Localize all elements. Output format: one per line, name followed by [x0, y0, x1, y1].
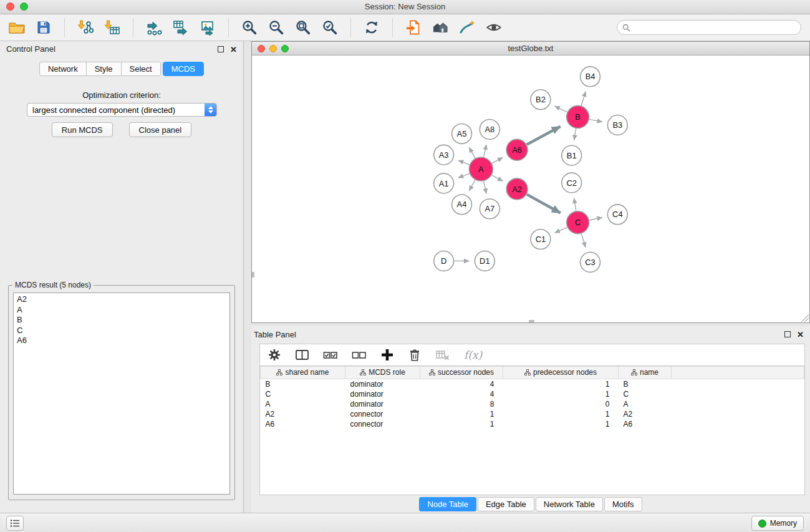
table-cell[interactable]: 4: [420, 389, 503, 399]
node-B2[interactable]: B2: [531, 90, 551, 110]
node-A2[interactable]: A2: [506, 178, 528, 200]
search-box[interactable]: [617, 20, 801, 35]
result-item[interactable]: A6: [17, 336, 226, 346]
resize-grip[interactable]: [801, 314, 809, 322]
network-window-titlebar[interactable]: testGlobe.txt: [252, 42, 809, 56]
table-row[interactable]: A6connector11A6: [261, 419, 804, 429]
tab-motifs[interactable]: Motifs: [604, 497, 642, 511]
tab-edge-table[interactable]: Edge Table: [478, 497, 534, 511]
zoom-window-light[interactable]: [281, 45, 289, 52]
table-cell[interactable]: connector: [345, 419, 420, 429]
edge-C-C3[interactable]: [581, 234, 586, 248]
open-session-button[interactable]: [6, 17, 27, 37]
node-A8[interactable]: A8: [480, 120, 499, 140]
export-network-button[interactable]: [143, 17, 165, 37]
edge-C-C1[interactable]: [555, 228, 567, 233]
zoom-fit-button[interactable]: [292, 17, 314, 37]
tab-mcds[interactable]: MCDS: [163, 62, 204, 76]
result-item[interactable]: B: [17, 315, 226, 326]
tab-network-table[interactable]: Network Table: [536, 497, 603, 511]
table-cell[interactable]: A6: [619, 419, 672, 429]
edge-A-A1[interactable]: [458, 173, 470, 178]
close-window-light[interactable]: [258, 45, 265, 52]
home-button[interactable]: [430, 17, 451, 37]
node-A1[interactable]: A1: [434, 173, 454, 193]
table-row[interactable]: Bdominator41B: [261, 379, 804, 390]
select-all-button[interactable]: [323, 348, 338, 362]
search-input[interactable]: [634, 22, 796, 33]
node-D1[interactable]: D1: [475, 251, 494, 271]
edge-A-A4[interactable]: [469, 180, 475, 191]
node-A4[interactable]: A4: [452, 195, 472, 215]
node-B4[interactable]: B4: [581, 67, 600, 87]
select-none-button[interactable]: [352, 348, 367, 362]
table-cell[interactable]: dominator: [345, 389, 420, 399]
column-header[interactable]: MCDS role: [345, 367, 420, 379]
column-header[interactable]: predecessor nodes: [503, 367, 619, 379]
network-canvas[interactable]: AA6A2BCA5A8A3A1A4A7B2B4B3B1C2C4C1C3DD1: [252, 56, 809, 322]
mcds-result-list[interactable]: A2ABCA6: [13, 293, 230, 495]
node-B[interactable]: B: [567, 106, 589, 128]
edge-B-B3[interactable]: [589, 119, 602, 122]
table-row[interactable]: A2connector11A2: [261, 409, 804, 419]
table-row[interactable]: Cdominator41C: [261, 389, 804, 399]
table-cell[interactable]: C: [619, 389, 672, 399]
table-cell[interactable]: dominator: [345, 399, 420, 409]
edge-C-C2[interactable]: [574, 198, 576, 211]
table-cell[interactable]: A2: [619, 409, 672, 419]
table-cell[interactable]: C: [261, 389, 345, 399]
table-cell[interactable]: 0: [503, 399, 619, 409]
import-network-button[interactable]: [75, 17, 96, 37]
export-table-button[interactable]: [170, 17, 191, 37]
table-settings-button[interactable]: [268, 348, 281, 362]
close-panel-icon[interactable]: ✕: [230, 46, 237, 54]
node-C2[interactable]: C2: [562, 173, 582, 193]
edge-B-B1[interactable]: [574, 128, 576, 140]
export-image-button[interactable]: [197, 17, 218, 37]
table-cell[interactable]: A: [619, 399, 672, 409]
edge-A-A3[interactable]: [458, 160, 470, 165]
edge-A-A2[interactable]: [492, 175, 503, 181]
column-header[interactable]: shared name: [261, 367, 345, 379]
result-item[interactable]: A: [17, 305, 226, 316]
result-item[interactable]: C: [17, 326, 226, 336]
table-cell[interactable]: A6: [261, 419, 345, 429]
table-cell[interactable]: 1: [503, 409, 619, 419]
node-A[interactable]: A: [469, 157, 493, 181]
close-table-panel-icon[interactable]: ✕: [797, 331, 804, 339]
node-D[interactable]: D: [434, 251, 454, 271]
table-cell[interactable]: 1: [503, 419, 619, 429]
refresh-button[interactable]: [361, 17, 382, 37]
table-cell[interactable]: 4: [420, 379, 503, 390]
open-document-button[interactable]: [403, 17, 424, 37]
edge-C-C4[interactable]: [589, 218, 602, 220]
function-builder-button[interactable]: f(x): [464, 349, 482, 361]
table-cell[interactable]: dominator: [345, 379, 420, 390]
criterion-select[interactable]: largest connected component (directed): [27, 103, 217, 117]
memory-button[interactable]: Memory: [751, 516, 804, 531]
table-row[interactable]: Adominator80A: [261, 399, 804, 409]
column-layout-button[interactable]: [295, 348, 309, 362]
node-C3[interactable]: C3: [581, 253, 600, 273]
tab-style[interactable]: Style: [86, 62, 122, 76]
node-A5[interactable]: A5: [452, 123, 472, 143]
import-table-button[interactable]: [102, 17, 123, 37]
save-session-button[interactable]: [33, 17, 54, 37]
result-item[interactable]: A2: [17, 294, 226, 305]
zoom-out-button[interactable]: [266, 17, 287, 37]
node-C4[interactable]: C4: [607, 205, 627, 225]
edge-A2-C[interactable]: [527, 195, 561, 213]
table-cell[interactable]: 1: [420, 419, 503, 429]
eye-button[interactable]: [483, 17, 504, 37]
node-A6[interactable]: A6: [506, 139, 528, 160]
column-header[interactable]: successor nodes: [420, 367, 503, 379]
zoom-in-button[interactable]: [239, 17, 260, 37]
edge-B-B2[interactable]: [555, 106, 567, 112]
table-cell[interactable]: 1: [503, 389, 619, 399]
run-mcds-button[interactable]: Run MCDS: [52, 122, 113, 137]
float-table-panel-icon[interactable]: [784, 331, 791, 337]
table-cell[interactable]: B: [619, 379, 672, 390]
zoom-selected-button[interactable]: [319, 17, 340, 37]
tab-node-table[interactable]: Node Table: [419, 497, 476, 511]
show-tasks-button[interactable]: [6, 516, 24, 531]
